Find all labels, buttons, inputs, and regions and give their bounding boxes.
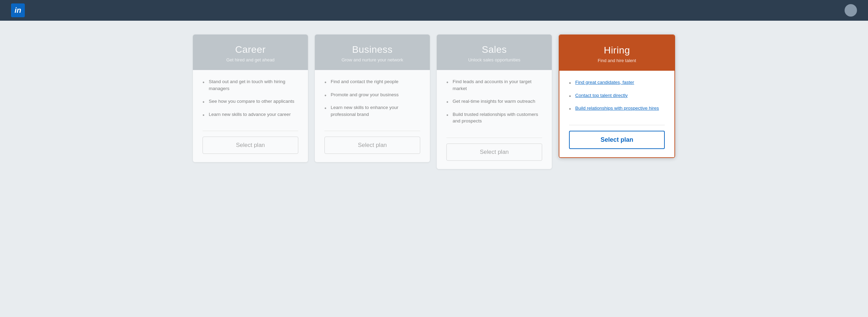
list-item: See how you compare to other applicants (203, 98, 298, 105)
select-plan-button-hiring[interactable]: Select plan (569, 131, 665, 149)
plan-subtitle-hiring: Find and hire talent (568, 58, 666, 63)
features-list-sales: Find leads and accounts in your target m… (446, 78, 542, 131)
plan-body-sales: Find leads and accounts in your target m… (437, 70, 552, 169)
list-item: Find and contact the right people (324, 78, 420, 85)
feature-link-hiring-2[interactable]: Build relationships with prospective hir… (575, 106, 659, 111)
features-list-business: Find and contact the right peoplePromote… (324, 78, 420, 124)
list-item: Get real-time insights for warm outreach (446, 98, 542, 105)
logo-text: in (14, 6, 21, 15)
plan-title-hiring: Hiring (568, 45, 666, 56)
plan-subtitle-business: Grow and nurture your network (323, 57, 422, 62)
list-item: Contact top talent directly (569, 92, 665, 99)
list-item: Find great candidates, faster (569, 79, 665, 86)
select-btn-wrapper-business: Select plan (324, 131, 420, 154)
header-right (839, 4, 857, 17)
plans-container: CareerGet hired and get aheadStand out a… (193, 34, 675, 169)
plan-header-career: CareerGet hired and get ahead (193, 34, 308, 70)
plan-body-business: Find and contact the right peoplePromote… (315, 70, 430, 162)
feature-link-hiring-0[interactable]: Find great candidates, faster (575, 80, 634, 85)
list-item: Build trusted relationships with custome… (446, 111, 542, 125)
feature-link-hiring-1[interactable]: Contact top talent directly (575, 93, 628, 98)
plan-card-business: BusinessGrow and nurture your networkFin… (315, 34, 430, 162)
select-btn-wrapper-career: Select plan (203, 131, 298, 154)
app-header: in (0, 0, 868, 21)
list-item: Learn new skills to enhance your profess… (324, 104, 420, 118)
plan-title-career: Career (201, 44, 300, 55)
main-content: CareerGet hired and get aheadStand out a… (0, 21, 868, 183)
select-btn-wrapper-sales: Select plan (446, 138, 542, 161)
select-plan-button-business[interactable]: Select plan (324, 137, 420, 154)
list-item: Stand out and get in touch with hiring m… (203, 78, 298, 92)
plan-header-business: BusinessGrow and nurture your network (315, 34, 430, 70)
select-btn-wrapper-hiring: Select plan (569, 125, 665, 149)
select-plan-button-sales[interactable]: Select plan (446, 143, 542, 161)
linkedin-logo[interactable]: in (11, 3, 25, 17)
plan-subtitle-sales: Unlock sales opportunities (445, 57, 544, 62)
plan-card-hiring: HiringFind and hire talentFind great can… (559, 34, 675, 158)
list-item: Promote and grow your business (324, 91, 420, 98)
plan-subtitle-career: Get hired and get ahead (201, 57, 300, 62)
plan-body-career: Stand out and get in touch with hiring m… (193, 70, 308, 162)
plan-title-business: Business (323, 44, 422, 55)
plan-header-sales: SalesUnlock sales opportunities (437, 34, 552, 70)
list-item: Find leads and accounts in your target m… (446, 78, 542, 92)
plan-body-hiring: Find great candidates, fasterContact top… (559, 71, 674, 157)
features-list-career: Stand out and get in touch with hiring m… (203, 78, 298, 124)
avatar[interactable] (845, 4, 857, 17)
list-item: Learn new skills to advance your career (203, 111, 298, 118)
list-item: Build relationships with prospective hir… (569, 105, 665, 112)
select-plan-button-career[interactable]: Select plan (203, 137, 298, 154)
plan-title-sales: Sales (445, 44, 544, 55)
plan-header-hiring: HiringFind and hire talent (559, 35, 674, 71)
plan-card-career: CareerGet hired and get aheadStand out a… (193, 34, 308, 162)
plan-card-sales: SalesUnlock sales opportunitiesFind lead… (437, 34, 552, 169)
features-list-hiring: Find great candidates, fasterContact top… (569, 79, 665, 118)
